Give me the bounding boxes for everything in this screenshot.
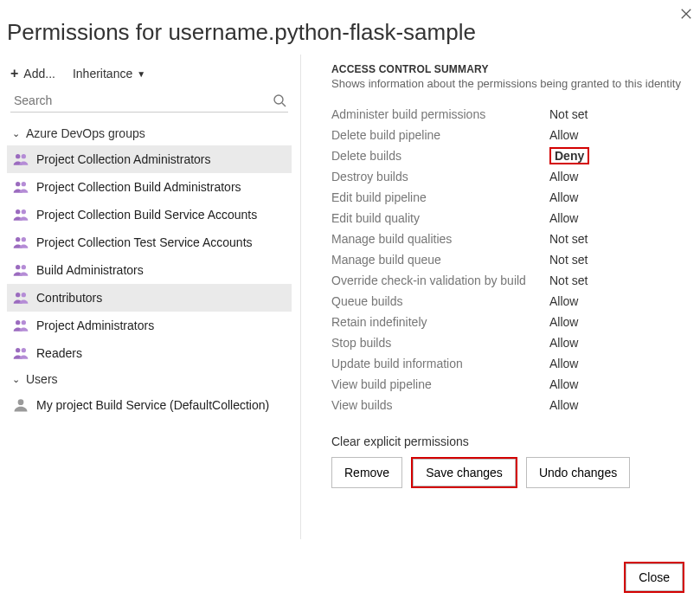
svg-line-3 bbox=[282, 103, 286, 106]
permission-value[interactable]: Allow bbox=[549, 377, 578, 391]
inheritance-dropdown[interactable]: Inheritance ▼ bbox=[73, 67, 145, 80]
inheritance-label: Inheritance bbox=[73, 67, 132, 80]
svg-point-10 bbox=[16, 237, 20, 241]
permission-row: Override check-in validation by buildNot… bbox=[331, 270, 693, 291]
svg-point-18 bbox=[16, 348, 20, 352]
permission-label: Destroy builds bbox=[331, 170, 549, 183]
chevron-down-icon: ⌄ bbox=[10, 374, 21, 385]
search-icon bbox=[273, 93, 286, 107]
right-panel: ACCESS CONTROL SUMMARY Shows information… bbox=[301, 55, 693, 539]
users-header-label: Users bbox=[26, 372, 58, 386]
svg-point-19 bbox=[22, 348, 26, 352]
svg-point-15 bbox=[22, 293, 26, 297]
close-icon[interactable] bbox=[678, 5, 695, 23]
permission-value[interactable]: Deny bbox=[549, 149, 589, 163]
permission-value[interactable]: Allow bbox=[549, 315, 578, 329]
search-field[interactable] bbox=[10, 89, 288, 113]
permission-label: Stop builds bbox=[331, 336, 549, 350]
permission-label: Delete build pipeline bbox=[331, 128, 549, 142]
group-label: Build Administrators bbox=[36, 263, 144, 277]
svg-point-2 bbox=[274, 95, 283, 104]
user-icon bbox=[12, 396, 29, 414]
permission-value[interactable]: Not set bbox=[549, 253, 588, 267]
permission-value[interactable]: Allow bbox=[549, 190, 578, 204]
group-row[interactable]: Readers bbox=[7, 339, 292, 367]
group-icon bbox=[12, 234, 29, 251]
permission-label: View build pipeline bbox=[331, 377, 549, 391]
add-label: Add... bbox=[23, 67, 55, 80]
highlight-box: Deny bbox=[549, 147, 589, 164]
group-label: Contributors bbox=[36, 291, 102, 305]
acs-sub: Shows information about the permissions … bbox=[331, 77, 693, 90]
permission-value[interactable]: Allow bbox=[549, 128, 578, 142]
permission-value[interactable]: Allow bbox=[549, 211, 578, 225]
svg-point-16 bbox=[16, 320, 20, 325]
svg-point-6 bbox=[16, 182, 20, 186]
group-row[interactable]: Project Collection Build Administrators bbox=[7, 173, 292, 201]
permission-value[interactable]: Allow bbox=[549, 336, 578, 350]
svg-point-4 bbox=[16, 154, 20, 158]
group-icon bbox=[12, 289, 29, 306]
svg-point-8 bbox=[16, 209, 20, 214]
svg-point-11 bbox=[22, 237, 26, 241]
permission-label: Override check-in validation by build bbox=[331, 274, 549, 287]
group-label: Readers bbox=[36, 346, 82, 360]
group-icon bbox=[12, 206, 29, 223]
permission-label: Edit build pipeline bbox=[331, 190, 549, 204]
permission-row: Manage build queueNot set bbox=[331, 249, 693, 270]
svg-point-17 bbox=[22, 320, 26, 325]
permission-row: Administer build permissionsNot set bbox=[331, 104, 693, 125]
group-row[interactable]: Project Collection Administrators bbox=[7, 145, 292, 173]
svg-point-7 bbox=[22, 182, 26, 186]
permission-value[interactable]: Not set bbox=[549, 274, 588, 287]
permission-label: Administer build permissions bbox=[331, 107, 549, 121]
permission-label: Queue builds bbox=[331, 294, 549, 308]
add-button[interactable]: + Add... bbox=[10, 67, 55, 80]
group-row[interactable]: Project Administrators bbox=[7, 312, 292, 339]
permission-label: Retain indefinitely bbox=[331, 315, 549, 329]
group-row[interactable]: Project Collection Test Service Accounts bbox=[7, 228, 292, 256]
svg-point-9 bbox=[22, 209, 26, 214]
permission-label: Delete builds bbox=[331, 149, 549, 163]
group-icon bbox=[12, 344, 29, 362]
permission-row: Manage build qualitiesNot set bbox=[331, 228, 693, 249]
svg-point-12 bbox=[16, 265, 20, 269]
close-button[interactable]: Close bbox=[626, 563, 683, 591]
remove-button[interactable]: Remove bbox=[331, 457, 402, 488]
save-changes-button[interactable]: Save changes bbox=[413, 459, 516, 486]
svg-point-20 bbox=[18, 399, 24, 405]
user-row[interactable]: My project Build Service (DefaultCollect… bbox=[7, 391, 292, 419]
group-row[interactable]: Build Administrators bbox=[7, 256, 292, 284]
groups-header[interactable]: ⌄ Azure DevOps groups bbox=[7, 121, 292, 145]
group-icon bbox=[12, 178, 29, 196]
permission-value[interactable]: Not set bbox=[549, 232, 588, 246]
permission-label: View builds bbox=[331, 398, 549, 412]
group-label: Project Administrators bbox=[36, 319, 154, 332]
group-row[interactable]: Project Collection Build Service Account… bbox=[7, 201, 292, 228]
group-row[interactable]: Contributors bbox=[7, 284, 292, 312]
highlight-box: Save changes bbox=[411, 457, 517, 488]
permission-value[interactable]: Allow bbox=[549, 294, 578, 308]
permission-label: Edit build quality bbox=[331, 211, 549, 225]
undo-changes-button[interactable]: Undo changes bbox=[526, 457, 630, 488]
permission-label: Manage build queue bbox=[331, 253, 549, 267]
permission-row: View buildsAllow bbox=[331, 395, 693, 415]
caret-down-icon: ▼ bbox=[137, 69, 145, 79]
permission-label: Update build information bbox=[331, 357, 549, 370]
users-header[interactable]: ⌄ Users bbox=[7, 367, 292, 391]
permission-row: Delete build pipelineAllow bbox=[331, 125, 693, 145]
search-input[interactable] bbox=[12, 93, 273, 108]
group-icon bbox=[12, 261, 29, 279]
group-label: Project Collection Administrators bbox=[36, 152, 211, 166]
group-label: Project Collection Build Service Account… bbox=[36, 208, 257, 222]
permission-value[interactable]: Allow bbox=[549, 170, 578, 183]
user-label: My project Build Service (DefaultCollect… bbox=[36, 398, 269, 412]
permission-value[interactable]: Allow bbox=[549, 357, 578, 370]
svg-point-5 bbox=[22, 154, 26, 158]
permission-row: Queue buildsAllow bbox=[331, 291, 693, 312]
permission-row: Retain indefinitelyAllow bbox=[331, 312, 693, 332]
permission-row: View build pipelineAllow bbox=[331, 374, 693, 395]
permission-row: Edit build qualityAllow bbox=[331, 208, 693, 228]
permission-value[interactable]: Allow bbox=[549, 398, 578, 412]
permission-value[interactable]: Not set bbox=[549, 107, 588, 121]
